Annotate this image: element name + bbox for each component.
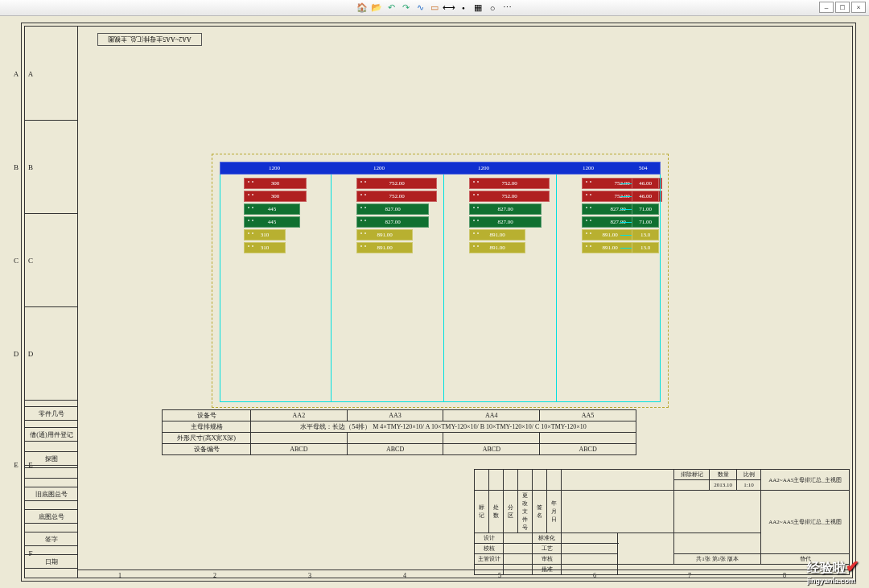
tb-sh4: 签名 (533, 491, 547, 533)
window-controls: – □ × (819, 2, 866, 13)
olive-bar-0-0: 310 (244, 229, 286, 241)
spec-r1-v: 水平母线：长边（54排） M 4×TMY-120×10/ A 10×TMY-12… (251, 421, 636, 433)
tb-rh1: 数量 (710, 470, 737, 480)
busbar-drawing: 1200 1200 1200 1200 504 3003004454453103… (220, 162, 661, 403)
row-label-a-right: A (25, 70, 36, 78)
watermark-sub: jingyanla.com (807, 577, 859, 585)
spec-table: 设备号 AA2 AA3 AA4 AA5 主母排规格 水平母线：长边（54排） M… (162, 409, 636, 455)
green-bar-1-0: 827.00 (356, 204, 429, 215)
row-label-a-left: A (10, 70, 22, 78)
row-label-d-left: D (10, 350, 22, 358)
tb-rv2: 1:10 (737, 480, 761, 491)
stub-3: 71.00 (632, 216, 659, 228)
tb-layer-icon[interactable]: ▭ (429, 2, 440, 14)
toolbar: 🏠 📂 ↶ ↷ ∿ ▭ ⟷ • ▦ ○ ⋯ (0, 0, 869, 16)
drawing-canvas[interactable]: A B C D E A B C D E F 零件几号 借(通)用件登记 探图 旧… (0, 16, 869, 588)
row-label-b-right: B (25, 163, 36, 171)
tb-sh5: 年月日 (547, 491, 562, 533)
view-tab[interactable]: AA2~AA5主母排汇总_主视图 (97, 33, 202, 46)
stub-5: 13.0 (632, 242, 659, 253)
tb-undo-icon[interactable]: ↶ (385, 2, 397, 14)
side-borrow: 借(通)用件登记 (25, 427, 78, 442)
tb-sh3: 更改文件号 (518, 491, 533, 533)
title-block: 排除标记 数量 比例 AA2~AA5主母排汇总_主视图 2013.10 1:10 (474, 469, 850, 575)
cyan-h (220, 401, 661, 402)
minimize-button[interactable]: – (819, 2, 834, 13)
green-bar-2-1: 827.00 (469, 216, 542, 228)
cyan-v2 (331, 175, 332, 401)
tb-redo-icon[interactable]: ↷ (400, 2, 411, 14)
tb-r3r: 批准 (533, 565, 562, 575)
close-button[interactable]: × (851, 2, 866, 13)
side-blank1 (25, 467, 78, 479)
red-bar-2-1: 752.00 (469, 191, 550, 202)
col-3: 3 (308, 572, 311, 579)
olive-bar-2-1: 891.00 (469, 242, 525, 253)
tb-title2: AA2~AA5主母排汇总_主视图 (761, 491, 850, 554)
tb-circle-icon[interactable]: ○ (487, 2, 498, 14)
tb-sheet: 共1张 第1张 版本 (674, 554, 761, 565)
frame-inner: A B C D E A B C D E F 零件几号 借(通)用件登记 探图 旧… (24, 26, 853, 578)
cyan-v3 (443, 175, 444, 401)
row-label-c-left: C (10, 257, 22, 265)
spec-h0: 设备号 (163, 410, 251, 421)
spec-r3-c0: ABCD (251, 444, 348, 455)
spec-h4: AA5 (540, 410, 636, 421)
tb-r1l: 校核 (475, 544, 504, 554)
maximize-button[interactable]: □ (835, 2, 850, 13)
tb-open-icon[interactable]: 📂 (371, 2, 382, 14)
tb-home-icon[interactable]: 🏠 (356, 2, 368, 14)
green-bar-0-0: 445 (244, 204, 300, 215)
side-part-no: 零件几号 (25, 406, 78, 421)
spec-r3-c3: ABCD (540, 444, 636, 455)
col-2: 2 (213, 572, 216, 579)
spec-r1-l: 主母排规格 (163, 421, 251, 433)
red-bar-0-1: 300 (244, 191, 307, 202)
tb-rh2: 比例 (737, 470, 761, 480)
tb-r0r: 标准化 (533, 533, 562, 544)
spec-r2-c2 (443, 433, 540, 444)
stub-2: 71.00 (632, 204, 659, 215)
tb-dim-icon[interactable]: ⟷ (443, 2, 455, 14)
side-date: 日期 (25, 554, 78, 569)
blue-seg-4: 1200 (583, 165, 594, 171)
tb-sh2: 分区 (504, 491, 518, 533)
stub-0: 46.00 (632, 178, 659, 189)
side-explore: 探图 (25, 451, 78, 466)
tb-rh0: 排除标记 (674, 470, 710, 480)
red-bar-1-1: 752.00 (356, 191, 437, 202)
tb-dot-icon[interactable]: • (458, 2, 469, 14)
blue-seg-3: 1200 (478, 165, 489, 171)
red-bar-0-0: 300 (244, 178, 307, 189)
olive-bar-1-0: 891.00 (356, 229, 413, 241)
tb-curve-icon[interactable]: ∿ (414, 2, 426, 14)
green-bar-2-0: 827.00 (469, 204, 542, 215)
watermark-main: 经验啦 (807, 561, 846, 574)
col-4: 4 (403, 572, 406, 579)
spec-r2-c3 (540, 433, 636, 444)
blue-seg-2: 1200 (373, 165, 385, 171)
spec-r2-c1 (347, 433, 443, 444)
tb-title1: AA2~AA5主母排汇总_主视图 (761, 470, 850, 491)
tb-rv0 (674, 480, 710, 491)
spec-r3-c2: ABCD (443, 444, 540, 455)
cyan-v4 (556, 175, 557, 401)
check-icon: ✔ (846, 557, 859, 575)
spec-h2: AA3 (347, 410, 443, 421)
tb-sh0: 标记 (475, 491, 489, 533)
side-base-no: 底图总号 (25, 509, 78, 524)
tb-more-icon[interactable]: ⋯ (501, 2, 513, 14)
tb-grid-icon[interactable]: ▦ (472, 2, 484, 14)
spec-r2-l: 外形尺寸(高X宽X深) (163, 433, 251, 444)
blue-bar: 1200 1200 1200 1200 504 (220, 162, 661, 175)
row-label-e-left: E (10, 461, 22, 469)
watermark: 经验啦✔ jingyanla.com (807, 557, 859, 585)
tb-sh1: 处数 (489, 491, 504, 533)
row-label-d-right: D (25, 350, 36, 358)
row-label-c-right: C (25, 257, 36, 265)
tb-r2r: 审核 (533, 554, 562, 565)
tb-r2l: 主管设计 (475, 554, 504, 565)
stub-4: 13.0 (632, 229, 659, 241)
spec-h1: AA2 (251, 410, 348, 421)
green-bar-0-1: 445 (244, 216, 300, 228)
